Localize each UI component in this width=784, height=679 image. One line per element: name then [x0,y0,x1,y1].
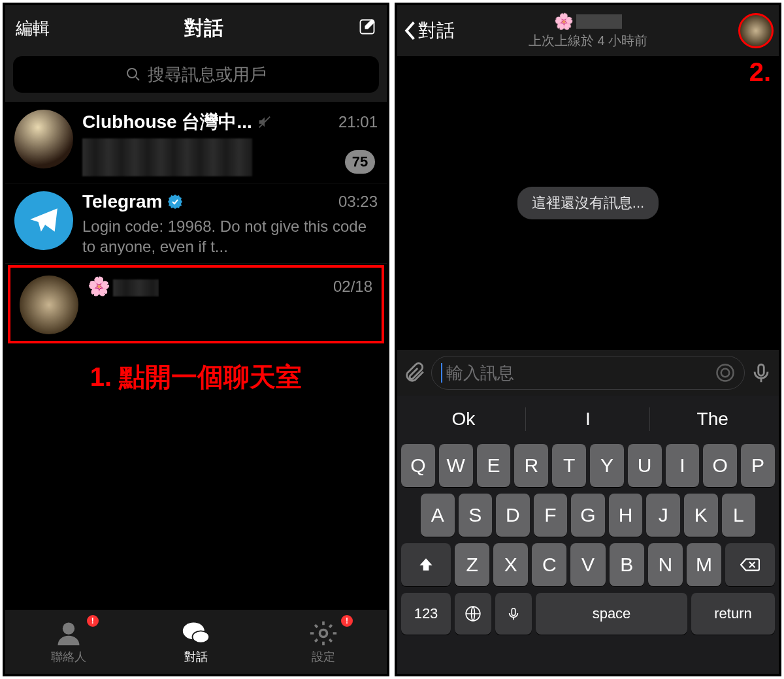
telegram-icon [27,204,60,237]
key-r[interactable]: R [514,444,548,487]
keyboard-row: ASDFGHJKL [401,494,775,537]
keyboard-row: QWERTYUIOP [401,444,775,487]
tab-chats[interactable]: 對話 [133,610,260,674]
back-label: 對話 [418,18,455,43]
key-h[interactable]: H [609,494,643,537]
dictation-key[interactable] [495,593,532,635]
microphone-icon[interactable] [750,362,772,384]
chat-detail-screen: 對話 🌸 上次上線於 4 小時前 2. 這裡還沒有訊息... 輸入訊息 Ok I… [395,3,781,676]
svg-point-7 [721,369,730,377]
search-icon [125,67,141,82]
shift-key[interactable] [401,543,451,586]
notification-dot-icon: ! [341,615,353,627]
chat-row-highlighted[interactable]: 🌸 02/18 [8,265,384,343]
chat-row[interactable]: Telegram 03:23 Login code: 19968. Do not… [5,183,387,264]
key-g[interactable]: G [571,494,605,537]
attach-icon[interactable] [404,362,426,384]
svg-point-5 [319,630,327,637]
svg-rect-8 [759,364,764,375]
tab-contacts[interactable]: ! 聯絡人 [5,610,133,674]
contact-name-redacted [576,14,622,29]
space-key[interactable]: space [536,593,687,635]
chat-preview [82,138,252,176]
key-y[interactable]: Y [590,444,624,487]
chats-header: 編輯 對話 [5,5,387,51]
tab-bar: ! 聯絡人 對話 ! 設定 [5,610,387,674]
globe-key[interactable] [455,593,491,635]
muted-icon [257,115,272,129]
search-container: 搜尋訊息或用戶 [5,51,387,102]
key-b[interactable]: B [610,543,644,586]
chats-icon [182,619,210,648]
avatar [14,191,73,250]
annotation-step-1: 1. 點開一個聊天室 [5,359,387,395]
search-input[interactable]: 搜尋訊息或用戶 [13,56,379,93]
key-o[interactable]: O [703,444,737,487]
keyboard: Ok I The QWERTYUIOP ASDFGHJKL ZXCVBNM 12… [397,396,779,674]
notification-dot-icon: ! [87,615,99,627]
suggestion[interactable]: I [526,401,651,437]
shift-icon [417,556,434,573]
suggestion[interactable]: The [650,401,775,437]
key-q[interactable]: Q [401,444,435,487]
key-v[interactable]: V [570,543,605,586]
key-l[interactable]: L [722,494,756,537]
message-input[interactable]: 輸入訊息 [431,356,745,390]
key-k[interactable]: K [684,494,718,537]
tab-label: 設定 [312,649,335,665]
return-key[interactable]: return [691,593,775,635]
globe-icon [465,605,482,622]
chat-row[interactable]: Clubhouse 台灣中... 21:01 75 [5,102,387,183]
messages-area[interactable]: 這裡還沒有訊息... [397,56,779,350]
svg-rect-10 [512,608,515,616]
key-n[interactable]: N [648,543,683,586]
key-d[interactable]: D [496,494,530,537]
back-button[interactable]: 對話 [402,18,455,43]
settings-icon [309,619,338,648]
key-c[interactable]: C [532,543,566,586]
backspace-key[interactable] [725,543,775,586]
avatar [20,276,78,334]
tab-settings[interactable]: ! 設定 [259,610,387,674]
input-placeholder: 輸入訊息 [446,362,514,385]
compose-icon[interactable] [358,18,376,39]
search-placeholder: 搜尋訊息或用戶 [148,63,267,86]
numbers-key[interactable]: 123 [401,593,451,635]
tab-label: 聯絡人 [51,649,86,665]
key-u[interactable]: U [628,444,662,487]
key-p[interactable]: P [741,444,775,487]
chat-time: 21:01 [338,113,378,131]
svg-point-1 [127,69,137,78]
chat-preview: Login code: 19968. Do not give this code… [82,216,378,257]
contact-emoji: 🌸 [554,12,574,31]
edit-button[interactable]: 編輯 [16,17,50,40]
key-e[interactable]: E [477,444,511,487]
key-i[interactable]: I [666,444,700,487]
key-x[interactable]: X [493,543,528,586]
key-t[interactable]: T [552,444,586,487]
key-w[interactable]: W [439,444,473,487]
key-f[interactable]: F [534,494,568,537]
key-m[interactable]: M [687,543,721,586]
sticker-icon[interactable] [715,363,735,383]
suggestion[interactable]: Ok [401,401,526,437]
microphone-icon [506,605,521,622]
avatar [14,110,73,168]
chat-time: 03:23 [338,193,378,211]
message-input-bar: 輸入訊息 [397,350,779,396]
chevron-left-icon [402,20,417,41]
chat-header: 對話 🌸 上次上線於 4 小時前 [397,5,779,56]
backspace-icon [740,556,760,573]
svg-point-6 [717,365,734,381]
key-z[interactable]: Z [455,543,489,586]
key-a[interactable]: A [421,494,455,537]
chat-name: 🌸 [88,276,159,297]
keyboard-suggestions: Ok I The [401,401,775,437]
key-s[interactable]: S [459,494,493,537]
text-cursor [441,363,442,383]
svg-point-2 [63,623,74,635]
key-j[interactable]: J [646,494,680,537]
keyboard-row: ZXCVBNM [401,543,775,586]
contact-avatar[interactable] [738,13,774,48]
chat-name: Clubhouse 台灣中... [82,110,252,134]
